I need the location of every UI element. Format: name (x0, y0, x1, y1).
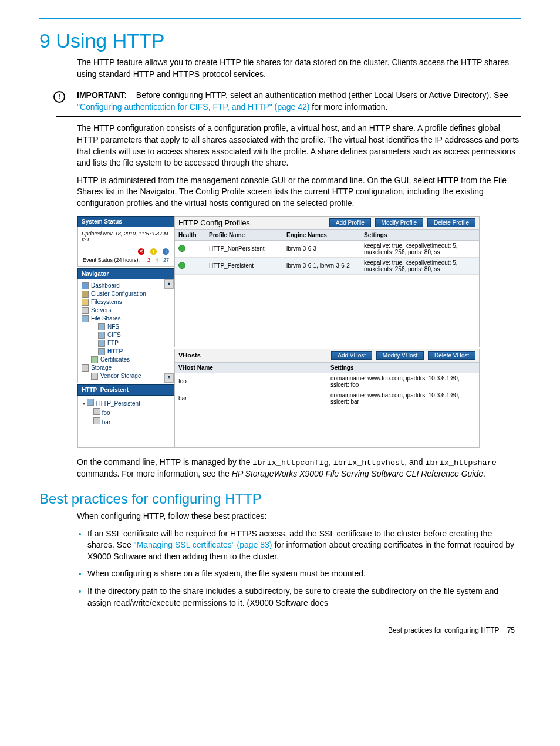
nav-dashboard[interactable]: Dashboard (80, 282, 171, 290)
http-persistent-body: HTTP_Persistent foo bar (77, 396, 174, 448)
config-profiles-title: HTTP Config Profiles (178, 218, 250, 227)
col-settings[interactable]: Settings (360, 229, 479, 240)
certificate-icon (91, 356, 98, 363)
table-header-row: Health Profile Name Engine Names Setting… (175, 229, 479, 240)
table-header-row: VHost Name Settings (175, 362, 479, 373)
para3-bold: HTTP (437, 175, 459, 185)
nav-cluster-config[interactable]: Cluster Configuration (80, 290, 171, 298)
table-row[interactable]: HTTP_NonPersistent ibrvm-3-6-3 keepalive… (175, 240, 479, 257)
cmdline-paragraph: On the command line, HTTP is managed by … (77, 457, 521, 480)
chapter-heading: 9 Using HTTP (39, 29, 521, 52)
list-item: If the directory path to the share inclu… (87, 586, 521, 609)
code-httpvhost: ibrix_httpvhost (333, 458, 405, 467)
system-status-title: System Status (77, 216, 174, 227)
nav-cifs[interactable]: CIFS (80, 331, 171, 339)
share-icon (87, 399, 94, 406)
gui-screenshot: System Status Updated Nov. 18, 2010, 11:… (77, 215, 483, 448)
nav-file-shares-label: File Shares (91, 315, 121, 322)
tree-child-foo[interactable]: foo (80, 407, 171, 417)
nav-http[interactable]: HTTP (80, 347, 171, 356)
col-vhost-settings[interactable]: Settings (327, 362, 479, 373)
nav-filesystems[interactable]: Filesystems (80, 298, 171, 306)
cmdline-paragraph-block: On the command line, HTTP is managed by … (77, 457, 521, 480)
tree-child-foo-label: foo (102, 410, 110, 416)
delete-profile-button[interactable]: Delete Profile (427, 218, 475, 227)
system-status-body: Updated Nov. 18, 2010, 11:57:08 AM IST ✕… (77, 227, 174, 267)
important-note: ! IMPORTANT: Before configuring HTTP, se… (56, 86, 521, 117)
event-status-row: Event Status (24 hours): 2 4 27 (80, 256, 171, 264)
nav-filesystems-label: Filesystems (91, 299, 122, 305)
col-profile-name[interactable]: Profile Name (205, 229, 283, 240)
nav-ftp[interactable]: FTP (80, 339, 171, 347)
share-icon (98, 332, 105, 339)
delete-vhost-button[interactable]: Delete VHost (428, 351, 475, 360)
event-count-info: 27 (163, 257, 169, 263)
auth-config-link[interactable]: "Configuring authentication for CIFS, FT… (77, 102, 309, 112)
scroll-down-button[interactable]: ▾ (164, 373, 174, 383)
cmdline-post2: . (483, 469, 485, 478)
col-vhost-name[interactable]: VHost Name (175, 362, 327, 373)
health-ok-icon (178, 262, 185, 269)
share-icon (98, 323, 105, 330)
event-count-error: 2 (147, 257, 150, 263)
folder-icon (82, 299, 89, 306)
storage-icon (82, 364, 89, 372)
table-row[interactable]: HTTP_Persistent ibrvm-3-6-1, ibrvm-3-6-2… (175, 257, 479, 274)
code-httpshare: ibrix_httpshare (425, 458, 497, 467)
best-practices-intro: When configuring HTTP, follow these best… (77, 511, 521, 522)
vhosts-grid: VHost Name Settings foo domainname: www.… (174, 362, 480, 448)
col-engine-names[interactable]: Engine Names (283, 229, 360, 240)
add-vhost-button[interactable]: Add VHost (331, 351, 372, 360)
important-text-post: for more information. (312, 102, 387, 112)
config-description-paragraph: The HTTP configuration consists of a con… (77, 123, 521, 168)
vhosts-table: VHost Name Settings foo domainname: www.… (175, 362, 479, 407)
add-profile-button[interactable]: Add Profile (329, 218, 371, 227)
http-persistent-title: HTTP_Persistent (77, 384, 174, 396)
nav-storage[interactable]: Storage (80, 364, 171, 372)
event-count-warning: 4 (155, 257, 158, 263)
nav-ftp-label: FTP (107, 340, 119, 346)
cell-engine-names: ibrvm-3-6-1, ibrvm-3-6-2 (283, 257, 360, 274)
config-profiles-table: Health Profile Name Engine Names Setting… (175, 229, 479, 275)
tree-expand-icon (82, 403, 86, 405)
tree-child-bar[interactable]: bar (80, 417, 171, 426)
cell-profile-name: HTTP_NonPersistent (205, 240, 283, 257)
chart-icon (82, 282, 89, 289)
share-icon (98, 348, 105, 355)
config-profiles-header: HTTP Config Profiles Add Profile Modify … (174, 216, 480, 229)
modify-vhost-button[interactable]: Modify VHost (376, 351, 424, 360)
tree-root[interactable]: HTTP_Persistent (80, 398, 171, 407)
nav-certificates[interactable]: Certificates (80, 356, 171, 364)
server-icon (93, 408, 100, 415)
status-info-icon[interactable]: i (163, 248, 169, 255)
scroll-up-button[interactable]: ▴ (164, 279, 174, 289)
nav-dashboard-label: Dashboard (91, 282, 120, 289)
nav-file-shares[interactable]: File Shares (80, 315, 171, 323)
cmdline-pre: On the command line, HTTP is managed by … (77, 457, 252, 467)
nav-vendor-storage[interactable]: Vendor Storage (80, 372, 171, 380)
health-ok-icon (178, 245, 185, 252)
page-number: 75 (507, 626, 515, 634)
nav-nfs[interactable]: NFS (80, 323, 171, 331)
navigator-title: Navigator (77, 268, 174, 279)
code-httpconfig: ibrix_httpconfig (252, 458, 329, 467)
modify-profile-button[interactable]: Modify Profile (375, 218, 424, 227)
cmdline-sep1: , (329, 457, 333, 467)
cell-settings: keepalive: true, keepalivetimeout: 5, ma… (360, 257, 479, 274)
cmdline-sep2: , and (404, 457, 425, 467)
table-row[interactable]: bar domainname: www.bar.com, ipaddrs: 10… (175, 390, 479, 407)
best-practices-list: If an SSL certificate will be required f… (77, 528, 521, 609)
nav-servers[interactable]: Servers (80, 306, 171, 315)
status-icons-row: ✕ ! i (80, 247, 171, 256)
cell-engine-names: ibrvm-3-6-3 (283, 240, 360, 257)
status-warning-icon[interactable]: ! (150, 248, 157, 255)
ssl-certs-link[interactable]: "Managing SSL certificates" (page 83) (134, 540, 272, 549)
best-practices-block: When configuring HTTP, follow these best… (77, 511, 521, 609)
config-profiles-grid: Health Profile Name Engine Names Setting… (174, 229, 480, 347)
admin-description-paragraph: HTTP is administered from the management… (77, 175, 521, 210)
col-health[interactable]: Health (175, 229, 205, 240)
para3-pre: HTTP is administered from the management… (77, 175, 437, 185)
table-row[interactable]: foo domainname: www.foo.com, ipaddrs: 10… (175, 373, 479, 390)
status-error-icon[interactable]: ✕ (138, 248, 144, 255)
nav-nfs-label: NFS (107, 323, 119, 330)
